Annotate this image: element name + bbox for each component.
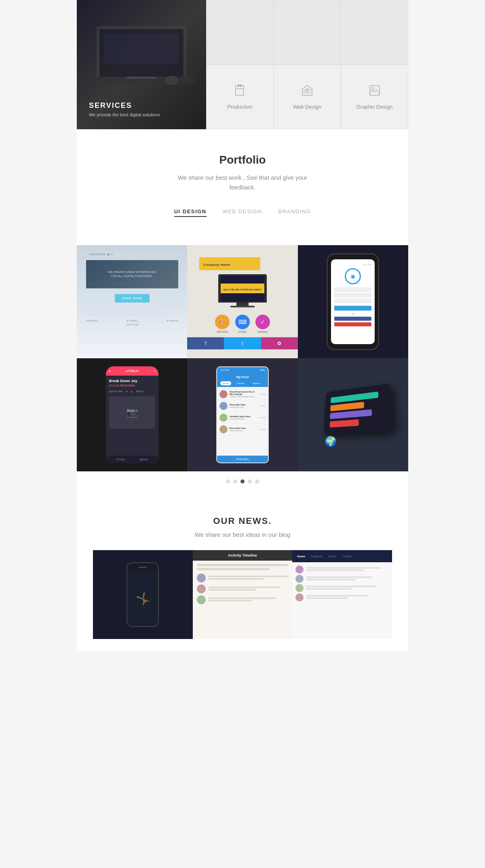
- pi1-feature-2: ● Portfolio: [127, 319, 137, 322]
- pi5-status-bar: 4:11 PM ●●●: [217, 367, 268, 373]
- pi3-facebook-button[interactable]: [334, 317, 371, 321]
- ni3-nav-features[interactable]: Features: [311, 555, 323, 558]
- pi5-tab-videos[interactable]: Videos: [250, 381, 262, 385]
- ni3-nav-contact[interactable]: Contact: [342, 555, 352, 558]
- dot-1[interactable]: [226, 479, 230, 483]
- svg-point-6: [165, 76, 178, 85]
- graphicdesign-icon: [368, 84, 381, 100]
- portfolio-item-agency[interactable]: Company Name HELLO! WE ARE CORPORATE AGE…: [187, 245, 297, 358]
- ni3-line-1b: [306, 570, 364, 571]
- pi2-monitor-area: HELLO! WE ARE CORPORATE AGENCY: [218, 274, 267, 307]
- pi1-feature-3: ● Services: [167, 319, 178, 322]
- svg-marker-12: [304, 88, 310, 93]
- pi4-phone-footer: Photo About: [106, 456, 158, 463]
- pi3-google-button[interactable]: [334, 322, 371, 326]
- list-item[interactable]: Another post here Short description... 8…: [219, 412, 266, 424]
- tab-web-design[interactable]: WEB DESIGN: [223, 208, 262, 217]
- ni2-avatar-1: [197, 574, 206, 582]
- msg-text-1: To Attend My Birthday Party...: [230, 395, 257, 398]
- pi2-hello-badge: HELLO! WE ARE CORPORATE AGENCY: [221, 284, 264, 293]
- pi4-footer-about: About: [139, 458, 148, 461]
- pi6-strip-red: [330, 419, 359, 427]
- services-hero: SERVICES We provide the best digital sol…: [77, 0, 206, 129]
- ni2-avatar-2: [197, 584, 206, 593]
- pi5-post-button[interactable]: Post Now: [236, 458, 249, 460]
- service-cell-production[interactable]: Production: [206, 65, 274, 129]
- portfolio-item-login[interactable]: 4:11 PM ◉ or: [298, 245, 408, 358]
- dot-4[interactable]: [248, 479, 252, 483]
- tab-branding[interactable]: BRANDING: [278, 208, 311, 217]
- pi2-design-label: DESIGN: [217, 330, 228, 333]
- list-item[interactable]: Post title here Description text... 8:24…: [219, 400, 266, 412]
- ni2-item-line-1b: [208, 578, 264, 580]
- pi2-twitter[interactable]: t: [224, 337, 261, 349]
- pi1-visit-button[interactable]: VISIT SITE: [115, 294, 150, 303]
- service-cell-graphicdesign[interactable]: Graphic Design: [341, 65, 408, 129]
- pi2-social-bar: f t ✿: [187, 337, 297, 349]
- dot-3[interactable]: [240, 479, 245, 483]
- ni3-nav-demo[interactable]: Demo: [328, 555, 336, 558]
- pi6-device-sticker: 🌍: [325, 436, 337, 447]
- pi1-nav-bar: ONEPAGE ◉ ≡: [86, 251, 178, 258]
- production-icon: [233, 84, 246, 100]
- dot-5[interactable]: [255, 479, 259, 483]
- ni2-item-line-2b: [208, 589, 256, 591]
- svg-rect-14: [370, 86, 380, 95]
- pi3-user-field[interactable]: [334, 288, 371, 292]
- pi5-tab-posts[interactable]: Posts: [220, 381, 231, 385]
- service-cell-webdesign[interactable]: Web Design: [274, 65, 341, 129]
- ni3-lines-2: [306, 576, 389, 581]
- ni3-line-3b: [306, 588, 352, 590]
- webdesign-label: Web Design: [293, 104, 322, 110]
- news-item-phone[interactable]: 🤸: [93, 550, 193, 639]
- svg-rect-7: [236, 86, 244, 95]
- portfolio-item-pinkapp[interactable]: ● LITOBLIO ≡ Break Down Joy UI & UX DESI…: [77, 358, 187, 471]
- pi2-instagram[interactable]: ✿: [261, 337, 298, 349]
- list-item: [197, 584, 289, 593]
- list-item[interactable]: How Post Event For A My Friends To Atten…: [219, 389, 266, 400]
- pi2-design-icon-group: 🎨 DESIGN: [215, 315, 230, 333]
- list-item: [295, 565, 389, 574]
- msg-content-1: How Post Event For A My Friends To Atten…: [230, 391, 257, 398]
- news-item-dashboard[interactable]: Home Features Demo Contact: [292, 550, 392, 639]
- pi2-company-bar: Company Name: [199, 257, 260, 270]
- pi2-screen-content: HELLO! WE ARE CORPORATE AGENCY: [221, 276, 264, 301]
- dot-2[interactable]: [233, 479, 237, 483]
- pi6-device-body: [324, 383, 393, 435]
- svg-rect-3: [104, 34, 179, 64]
- msg-content-4: Post item four More text here...: [230, 427, 257, 432]
- pi1-line-2: [86, 310, 160, 311]
- pi5-signal: ●●●: [260, 369, 265, 371]
- pi4-menu-icon: ≡: [154, 370, 155, 372]
- pi2-company-label: Company Name: [203, 263, 230, 267]
- pi3-signin-button[interactable]: [334, 306, 371, 311]
- pi3-email-field[interactable]: [334, 293, 371, 297]
- tab-ui-design[interactable]: UI DESIGN: [174, 208, 207, 217]
- pi2-delivery-icon: ✓: [255, 315, 270, 329]
- news-item-timeline[interactable]: Activity Timeline: [193, 550, 293, 639]
- pi4-stat-1: QUICK LINK: [109, 390, 123, 393]
- portfolio-item-messages[interactable]: 4:11 PM ●●● My Post Posts Photos Videos …: [187, 358, 297, 471]
- ni3-avatar-3: [295, 584, 304, 592]
- ni1-figure-icon: 🤸: [136, 592, 150, 605]
- portfolio-dots: [77, 471, 408, 492]
- ni2-line-2: [197, 568, 270, 570]
- pi1-feature-1: ● AboutMe: [86, 319, 98, 322]
- portfolio-item-website[interactable]: ONEPAGE ◉ ≡ WE CREATE GREAT EXPERIENCESF…: [77, 245, 187, 358]
- pi2-hello-text: HELLO! WE ARE CORPORATE AGENCY: [223, 288, 261, 291]
- pi4-app-name: ●: [109, 370, 111, 372]
- ni3-nav-home[interactable]: Home: [297, 555, 305, 558]
- pi2-delivery-label: Delivery: [257, 330, 268, 333]
- list-item[interactable]: Post item four More text here... 8:24AM: [219, 424, 266, 435]
- laptop-illustration: [89, 19, 194, 86]
- portfolio-tabs: UI DESIGN WEB DESIGN BRANDING: [93, 208, 392, 217]
- pi1-content-lines: [86, 307, 178, 316]
- pi3-password-field[interactable]: [334, 299, 371, 303]
- services-title: SERVICES: [89, 101, 194, 110]
- portfolio-item-3d-device[interactable]: 🌍: [298, 358, 408, 471]
- ni3-line-2a: [306, 576, 372, 578]
- pi2-facebook[interactable]: f: [187, 337, 224, 349]
- pi3-phone-screen: 4:11 PM ◉ or: [331, 259, 375, 344]
- pi5-tab-photos[interactable]: Photos: [234, 381, 247, 385]
- svg-point-13: [306, 89, 308, 92]
